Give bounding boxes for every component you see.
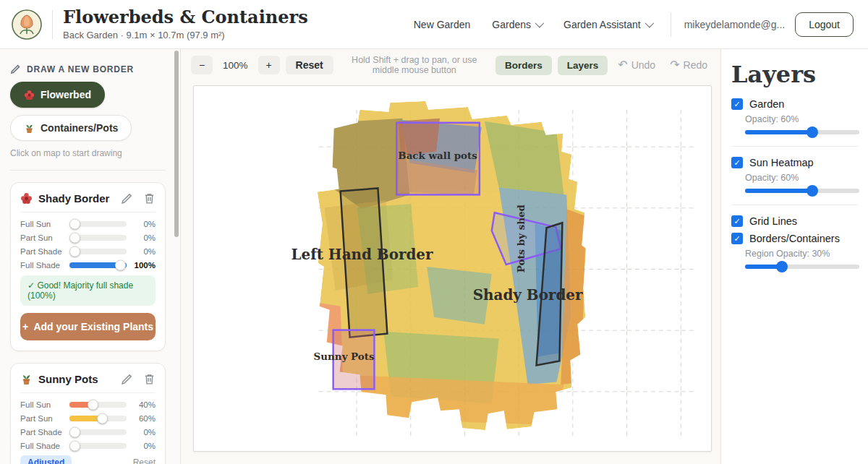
undo-button[interactable]: ↶ Undo bbox=[613, 56, 660, 74]
zoom-in-button[interactable]: + bbox=[258, 56, 280, 74]
slider-label: Full Sun bbox=[20, 220, 64, 228]
tools-sidebar: DRAW A NEW BORDER Flowerbed Containers/P bbox=[0, 49, 181, 464]
garden-map: Back wall pots Left Hand Border Pots by … bbox=[194, 86, 712, 451]
region-label-sunny-pots: Sunny Pots bbox=[314, 351, 375, 362]
region-label-left-hand-border: Left Hand Border bbox=[291, 246, 433, 263]
add-existing-plants-button[interactable]: + Add your Existing Plants bbox=[20, 313, 156, 340]
redo-icon: ↷ bbox=[670, 59, 679, 71]
nav-gardens[interactable]: Gardens bbox=[492, 19, 542, 30]
region-label-pots-by-shed: Pots by shed bbox=[515, 204, 527, 272]
adjusted-badge: Adjusted bbox=[20, 455, 72, 464]
layer-toggle-garden[interactable]: ✓ Garden bbox=[731, 98, 858, 110]
slider-value: 0% bbox=[132, 442, 156, 450]
redo-button[interactable]: ↷ Redo bbox=[665, 56, 712, 74]
garden-subtitle: Back Garden · 9.1m × 10.7m (97.9 m²) bbox=[63, 30, 308, 40]
region-opacity-label: Region Opacity: 30% bbox=[745, 249, 858, 259]
part-shade-slider[interactable] bbox=[69, 249, 127, 254]
layer-label: Sun Heatmap bbox=[749, 157, 814, 168]
heatmap-opacity-slider[interactable] bbox=[745, 189, 859, 193]
app-logo-icon bbox=[12, 9, 42, 40]
borders-toggle-button[interactable]: Borders bbox=[495, 56, 552, 75]
plus-icon: + bbox=[22, 321, 28, 332]
slider-label: Part Sun bbox=[20, 233, 64, 242]
layers-panel-title: Layers bbox=[731, 61, 858, 88]
trash-icon[interactable] bbox=[143, 373, 156, 385]
slider-value: 0% bbox=[132, 233, 156, 242]
layer-label: Borders/Containers bbox=[749, 233, 840, 244]
edit-icon[interactable] bbox=[121, 192, 133, 205]
slider-label: Full Shade bbox=[20, 261, 64, 270]
success-message: ✓ Good! Majority full shade (100%) bbox=[20, 275, 156, 306]
sidebar-scrollbar[interactable] bbox=[174, 51, 179, 463]
checkbox-checked-icon[interactable]: ✓ bbox=[731, 233, 743, 244]
slider-value: 40% bbox=[132, 400, 156, 409]
region-card-shady-border: Shady Border Full Sun 0% Part Sun 0% Par… bbox=[10, 182, 166, 351]
garden-map-canvas[interactable]: Back wall pots Left Hand Border Pots by … bbox=[193, 85, 712, 452]
full-shade-slider[interactable] bbox=[69, 443, 127, 449]
region-opacity-slider[interactable] bbox=[745, 265, 859, 269]
header-divider bbox=[52, 10, 53, 39]
potted-plant-icon bbox=[20, 373, 33, 385]
draw-section-header: DRAW A NEW BORDER bbox=[10, 64, 166, 74]
zoom-out-button[interactable]: − bbox=[191, 56, 213, 74]
layer-toggle-sun-heatmap[interactable]: ✓ Sun Heatmap bbox=[731, 157, 858, 168]
slider-value: 100% bbox=[132, 261, 156, 270]
slider-value: 0% bbox=[132, 247, 156, 256]
header-divider bbox=[671, 12, 671, 37]
region-label-back-wall-pots: Back wall pots bbox=[398, 150, 477, 161]
checkbox-checked-icon[interactable]: ✓ bbox=[731, 157, 743, 168]
nav-new-garden[interactable]: New Garden bbox=[414, 19, 471, 30]
part-shade-slider[interactable] bbox=[69, 429, 127, 435]
layer-label: Garden bbox=[749, 98, 784, 110]
slider-value: 0% bbox=[132, 428, 156, 437]
checkbox-checked-icon[interactable]: ✓ bbox=[731, 215, 743, 227]
region-card-title: Sunny Pots bbox=[38, 373, 115, 385]
full-shade-slider[interactable] bbox=[69, 262, 127, 268]
reset-sliders-link[interactable]: Reset bbox=[133, 457, 156, 464]
region-card-title: Shady Border bbox=[38, 192, 115, 205]
user-email: mikeydelamonde@g... bbox=[684, 19, 786, 30]
full-sun-slider[interactable] bbox=[69, 221, 127, 227]
region-label-shady-border: Shady Border bbox=[473, 286, 583, 304]
region-card-sunny-pots: Sunny Pots Full Sun 40% Part Sun 60% Par… bbox=[10, 363, 166, 464]
layer-toggle-grid-lines[interactable]: ✓ Grid Lines bbox=[731, 215, 858, 227]
nav-garden-assistant[interactable]: Garden Assistant bbox=[563, 19, 652, 30]
layer-toggle-borders-containers[interactable]: ✓ Borders/Containers bbox=[731, 233, 858, 244]
zoom-level: 100% bbox=[218, 60, 252, 71]
trash-icon[interactable] bbox=[143, 192, 156, 205]
layer-group-garden: ✓ Garden Opacity: 60% bbox=[731, 98, 858, 146]
slider-value: 60% bbox=[132, 414, 156, 423]
slider-label: Part Shade bbox=[20, 428, 64, 437]
part-sun-slider[interactable] bbox=[69, 235, 127, 241]
opacity-label: Opacity: 60% bbox=[745, 114, 858, 124]
check-icon: ✓ bbox=[27, 280, 35, 291]
slider-value: 0% bbox=[132, 220, 156, 228]
layer-label: Grid Lines bbox=[749, 215, 797, 227]
potted-plant-icon bbox=[24, 123, 35, 134]
sidebar-divider bbox=[10, 170, 166, 171]
part-sun-slider[interactable] bbox=[69, 416, 127, 421]
layers-toggle-button[interactable]: Layers bbox=[558, 56, 608, 75]
undo-icon: ↶ bbox=[618, 59, 627, 71]
full-sun-slider[interactable] bbox=[69, 402, 127, 408]
chevron-down-icon bbox=[644, 19, 654, 28]
edit-icon[interactable] bbox=[121, 373, 133, 385]
garden-opacity-slider[interactable] bbox=[745, 130, 859, 134]
chevron-down-icon bbox=[535, 19, 545, 28]
map-workspace: − 100% + Reset Hold Shift + drag to pan,… bbox=[181, 49, 720, 464]
flower-icon bbox=[20, 192, 33, 205]
scrollbar-thumb[interactable] bbox=[174, 51, 179, 237]
flower-icon bbox=[24, 90, 35, 100]
layer-group-grid-and-borders: ✓ Grid Lines ✓ Borders/Containers Region… bbox=[731, 205, 858, 280]
logout-button[interactable]: Logout bbox=[795, 12, 854, 37]
slider-label: Part Shade bbox=[20, 247, 64, 256]
layers-panel: Layers ✓ Garden Opacity: 60% ✓ Sun Heatm… bbox=[720, 49, 868, 464]
slider-label: Full Sun bbox=[20, 400, 64, 409]
checkbox-checked-icon[interactable]: ✓ bbox=[731, 98, 743, 110]
slider-label: Part Sun bbox=[20, 414, 64, 423]
zoom-reset-button[interactable]: Reset bbox=[286, 56, 333, 74]
flowerbed-tool-button[interactable]: Flowerbed bbox=[10, 82, 105, 108]
map-toolbar: − 100% + Reset Hold Shift + drag to pan,… bbox=[181, 49, 720, 81]
containers-tool-button[interactable]: Containers/Pots bbox=[10, 115, 132, 141]
pencil-icon bbox=[10, 64, 21, 74]
